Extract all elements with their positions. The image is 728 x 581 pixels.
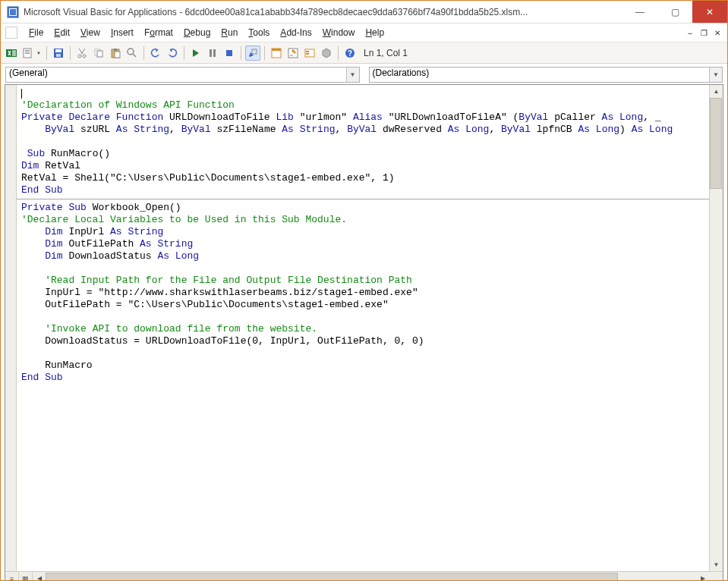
run-button[interactable] <box>188 46 203 61</box>
design-mode-button[interactable] <box>245 46 260 61</box>
toolbox-button[interactable] <box>319 46 334 61</box>
svg-point-12 <box>78 55 81 58</box>
cursor-position: Ln 1, Col 1 <box>364 48 408 58</box>
minimize-button[interactable]: — <box>622 1 657 23</box>
maximize-button[interactable]: ▢ <box>657 1 692 23</box>
svg-rect-15 <box>97 51 102 57</box>
margin-indicator-bar[interactable] <box>5 85 17 571</box>
svg-rect-17 <box>114 49 117 51</box>
svg-rect-26 <box>272 49 281 51</box>
toolbar: ▼ ? Ln 1, Col 1 <box>1 42 727 64</box>
object-selector-value: (General) <box>5 67 360 83</box>
save-button[interactable] <box>51 46 66 61</box>
chevron-down-icon: ▼ <box>709 68 722 82</box>
app-icon <box>7 6 19 18</box>
svg-text:?: ? <box>348 49 352 58</box>
menu-view[interactable]: View <box>75 25 106 40</box>
object-browser-button[interactable] <box>302 46 317 61</box>
chevron-down-icon: ▼ <box>346 68 359 82</box>
insert-dropdown-icon[interactable]: ▼ <box>36 51 43 55</box>
horizontal-scrollbar: ≡ ▦ ◀ ▶ <box>5 571 723 581</box>
full-module-view-button[interactable]: ▦ <box>19 572 33 581</box>
scroll-down-icon[interactable]: ▼ <box>710 558 723 571</box>
svg-rect-21 <box>210 49 212 57</box>
svg-rect-31 <box>306 53 309 55</box>
menu-window[interactable]: Window <box>317 25 361 40</box>
menu-addins[interactable]: Add-Ins <box>275 25 317 40</box>
scroll-track[interactable] <box>710 189 723 558</box>
copy-button[interactable] <box>91 46 106 61</box>
titlebar: Microsoft Visual Basic for Applications … <box>1 1 727 24</box>
scroll-right-icon[interactable]: ▶ <box>696 572 709 581</box>
svg-point-13 <box>83 55 86 58</box>
svg-rect-8 <box>25 53 30 54</box>
break-button[interactable] <box>205 46 220 61</box>
find-button[interactable] <box>124 46 140 61</box>
insert-module-button[interactable] <box>20 46 36 61</box>
window-controls: — ▢ ✕ <box>622 1 727 23</box>
mdi-close-button[interactable]: ✕ <box>711 27 724 39</box>
svg-line-20 <box>133 54 136 57</box>
procedure-view-button[interactable]: ≡ <box>5 572 19 581</box>
undo-button[interactable] <box>148 46 163 61</box>
redo-button[interactable] <box>165 46 180 61</box>
svg-rect-6 <box>25 50 30 51</box>
svg-rect-11 <box>56 54 61 57</box>
svg-rect-30 <box>306 51 309 52</box>
object-selector[interactable]: (General) ▼ <box>5 67 360 83</box>
menu-file[interactable]: File <box>24 25 49 40</box>
code-pane: 'Declaration of Windows API Function Pri… <box>5 84 723 581</box>
reset-button[interactable] <box>222 46 237 61</box>
paste-button[interactable] <box>108 46 123 61</box>
svg-rect-24 <box>252 49 257 54</box>
menubar: File Edit View Insert Format Debug Run T… <box>1 24 727 42</box>
mdi-controls: – ❐ ✕ <box>683 27 724 39</box>
procedure-selector-value: (Declarations) <box>369 67 723 83</box>
help-button[interactable]: ? <box>342 46 358 61</box>
hscroll-track[interactable] <box>46 572 696 581</box>
code-line: 'Declaration of Windows API Function <box>21 99 235 111</box>
window-title: Microsoft Visual Basic for Applications … <box>24 7 622 17</box>
properties-button[interactable] <box>285 46 301 61</box>
mdi-system-icon[interactable] <box>5 27 17 39</box>
procedure-selector[interactable]: (Declarations) ▼ <box>369 67 723 83</box>
svg-rect-2 <box>10 9 16 15</box>
svg-rect-23 <box>226 50 232 56</box>
code-editor[interactable]: 'Declaration of Windows API Function Pri… <box>17 85 709 571</box>
svg-rect-4 <box>12 50 16 56</box>
menu-edit[interactable]: Edit <box>49 25 75 40</box>
menu-debug[interactable]: Debug <box>178 25 216 40</box>
scroll-up-icon[interactable]: ▲ <box>710 85 723 98</box>
selector-row: (General) ▼ (Declarations) ▼ <box>1 64 727 84</box>
svg-point-19 <box>128 49 134 55</box>
cut-button[interactable] <box>74 46 90 61</box>
mdi-minimize-button[interactable]: – <box>683 27 697 39</box>
scroll-thumb[interactable] <box>710 98 722 189</box>
close-button[interactable]: ✕ <box>692 1 727 23</box>
project-explorer-button[interactable] <box>269 46 284 61</box>
vertical-scrollbar[interactable]: ▲ ▼ <box>709 85 723 571</box>
mdi-restore-button[interactable]: ❐ <box>697 27 711 39</box>
view-excel-button[interactable] <box>4 46 19 61</box>
menu-format[interactable]: Format <box>139 25 178 40</box>
scroll-left-icon[interactable]: ◀ <box>33 572 46 581</box>
svg-rect-10 <box>55 49 61 52</box>
svg-rect-7 <box>25 52 30 52</box>
svg-rect-22 <box>213 49 216 57</box>
menu-insert[interactable]: Insert <box>106 25 139 40</box>
hscroll-thumb[interactable] <box>46 573 618 582</box>
svg-rect-18 <box>115 52 120 58</box>
menu-help[interactable]: Help <box>360 25 389 40</box>
menu-run[interactable]: Run <box>216 25 243 40</box>
menu-tools[interactable]: Tools <box>243 25 275 40</box>
